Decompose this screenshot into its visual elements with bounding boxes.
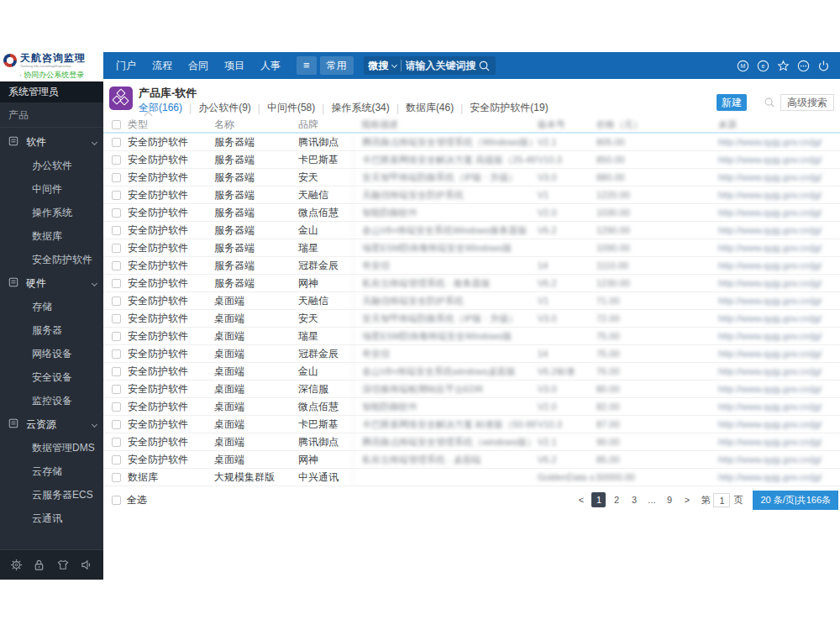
table-row[interactable]: 安全防护软件服务器端卡巴斯基卡巴斯基网络安全解决方案 高级版（25-49节点）V… bbox=[103, 151, 840, 169]
tab-2[interactable]: 办公软件(9) bbox=[198, 101, 251, 115]
sound-speaker-icon[interactable] bbox=[80, 559, 93, 571]
table-row[interactable]: 安全防护软件服务器端瑞星瑞星ESM防病毒终端安全Windows版1090.00h… bbox=[103, 239, 840, 257]
table-row[interactable]: 安全防护软件桌面端腾讯御点腾讯御点终端安全管理系统（windows版）V2.19… bbox=[103, 433, 840, 451]
header-checkbox[interactable] bbox=[112, 120, 121, 129]
row-checkbox[interactable] bbox=[112, 226, 121, 235]
row-checkbox[interactable] bbox=[112, 297, 121, 306]
table-row[interactable]: 安全防护软件桌面端深信服深信服终端检测响应平台EDRV3.080.00http:… bbox=[103, 381, 840, 398]
prev-page-button[interactable]: < bbox=[574, 492, 588, 507]
table-row[interactable]: 安全防护软件桌面端微点佰慧智能防御软件V2.082.00http://www.q… bbox=[103, 398, 840, 416]
page-size-summary[interactable]: 20 条/页|共166条 bbox=[753, 491, 838, 510]
global-search-input[interactable] bbox=[406, 60, 478, 71]
quick-access-button[interactable]: 常用 bbox=[320, 56, 354, 75]
row-checkbox[interactable] bbox=[112, 385, 121, 394]
jump-page-input[interactable]: 1 bbox=[713, 493, 730, 507]
table-row[interactable]: 安全防护软件桌面端金山金山V8+终端安全系统windows桌面版V6.2标准76… bbox=[103, 363, 840, 381]
table-row[interactable]: 安全防护软件桌面端冠群金辰奇安信1475.00http://www.qyjg.g… bbox=[103, 345, 840, 363]
settings-gear-icon[interactable] bbox=[10, 559, 23, 571]
table-row[interactable]: 安全防护软件桌面端天融信天融信终端安全防护系统V171.00http://www… bbox=[103, 292, 840, 310]
tab-6[interactable]: 安全防护软件(19) bbox=[470, 101, 548, 115]
new-button[interactable]: 新建 bbox=[717, 94, 747, 111]
row-checkbox[interactable] bbox=[112, 191, 121, 200]
table-row[interactable]: 安全防护软件服务器端网神私有云终端管理系统 · 服务器版V6.21230.00h… bbox=[103, 275, 840, 292]
row-checkbox[interactable] bbox=[112, 208, 121, 218]
row-checkbox[interactable] bbox=[112, 455, 121, 465]
row-checkbox[interactable] bbox=[112, 332, 121, 341]
table-search-icon[interactable] bbox=[764, 97, 775, 108]
row-checkbox[interactable] bbox=[112, 420, 121, 429]
row-checkbox[interactable] bbox=[112, 473, 121, 482]
table-row[interactable]: 安全防护软件服务器端安天安天智甲终端防御系统（IP版 · 升级）V3.0880.… bbox=[103, 169, 840, 186]
table-row[interactable]: 安全防护软件服务器端金山金山V8+终端安全系统Windows服务器版V6.212… bbox=[103, 222, 840, 239]
table-row[interactable]: 安全防护软件服务器端天融信天融信终端安全防护系统V11220.00http://… bbox=[103, 186, 840, 204]
next-page-button[interactable]: > bbox=[680, 492, 694, 507]
row-checkbox[interactable] bbox=[112, 173, 121, 182]
tab-5[interactable]: 数据库(46) bbox=[406, 101, 454, 115]
row-checkbox[interactable] bbox=[112, 438, 121, 447]
page-button-1[interactable]: 1 bbox=[591, 492, 606, 507]
table-row[interactable]: 安全防护软件服务器端腾讯御点腾讯御点终端安全管理系统（Windows版）V2.1… bbox=[103, 134, 840, 151]
top-nav-item-3[interactable]: 合同 bbox=[188, 59, 208, 73]
lock-icon[interactable] bbox=[33, 559, 45, 571]
sidebar-item-1-4[interactable]: 数据库 bbox=[0, 224, 103, 248]
table-row[interactable]: 安全防护软件桌面端安天安天智甲终端防御系统（IP版 · 升级）V3.072.00… bbox=[103, 310, 840, 328]
row-checkbox[interactable] bbox=[112, 261, 121, 270]
cell-spec: 瑞星ESM防病毒终端安全Windows版 bbox=[353, 239, 538, 256]
search-icon[interactable] bbox=[478, 60, 491, 72]
page-button-2[interactable]: 2 bbox=[609, 492, 623, 507]
top-nav-item-4[interactable]: 项目 bbox=[224, 59, 244, 73]
cell-spec: 深信服终端检测响应平台EDR bbox=[353, 381, 538, 397]
sidebar-item-3-1[interactable]: 数据管理DMS bbox=[0, 436, 103, 459]
row-checkbox[interactable] bbox=[112, 279, 121, 288]
sidebar-item-1-2[interactable]: 中间件 bbox=[0, 177, 103, 201]
row-checkbox[interactable] bbox=[112, 138, 121, 147]
advanced-search-button[interactable]: 高级搜索 bbox=[780, 94, 834, 111]
table-row[interactable]: 安全防护软件服务器端微点佰慧智能防御软件V2.01030.00http://ww… bbox=[103, 204, 840, 222]
table-row[interactable]: 安全防护软件服务器端冠群金辰奇安信141110.00http://www.qyj… bbox=[103, 257, 840, 275]
sidebar-item-2-4[interactable]: 安全设备 bbox=[0, 365, 103, 389]
more-options-icon[interactable] bbox=[797, 60, 810, 72]
sidebar-item-1-3[interactable]: 操作系统 bbox=[0, 201, 103, 224]
sidebar-item-2-5[interactable]: 监控设备 bbox=[0, 389, 103, 412]
tab-4[interactable]: 操作系统(34) bbox=[331, 101, 389, 115]
theme-shirt-icon[interactable] bbox=[56, 559, 70, 571]
sidebar-item-3-4[interactable]: 云通讯 bbox=[0, 507, 103, 530]
favorites-star-icon[interactable] bbox=[777, 60, 790, 72]
page-button-3[interactable]: 3 bbox=[627, 492, 641, 507]
top-nav-item-5[interactable]: 人事 bbox=[260, 59, 281, 73]
sidebar-group-1[interactable]: 软件 bbox=[0, 130, 103, 154]
oa-login-link[interactable]: · 协同办公系统登录 bbox=[0, 70, 103, 81]
chevron-down-icon[interactable] bbox=[391, 61, 397, 67]
top-nav-item-1[interactable]: 门户 bbox=[116, 59, 136, 73]
sidebar-group-2[interactable]: 硬件 bbox=[0, 271, 103, 295]
sidebar-item-2-2[interactable]: 服务器 bbox=[0, 318, 103, 342]
page-button-9[interactable]: 9 bbox=[662, 492, 676, 507]
sidebar-item-3-2[interactable]: 云存储 bbox=[0, 459, 103, 483]
sidebar-item-2-1[interactable]: 存储 bbox=[0, 295, 103, 318]
table-row[interactable]: 数据库大规模集群版中兴通讯GoldenData s...50000.00http… bbox=[103, 469, 840, 486]
sidebar-item-1-1[interactable]: 办公软件 bbox=[0, 154, 103, 177]
sidebar-item-2-3[interactable]: 网络设备 bbox=[0, 342, 103, 365]
sidebar-section-product[interactable]: 产品 bbox=[0, 102, 103, 128]
row-checkbox[interactable] bbox=[112, 155, 121, 165]
row-checkbox[interactable] bbox=[112, 244, 121, 253]
table-row[interactable]: 安全防护软件桌面端瑞星瑞星ESM防病毒终端安全Windows版75.00http… bbox=[103, 328, 840, 345]
menu-hamburger-button[interactable]: ≡ bbox=[297, 56, 317, 75]
e-badge-icon[interactable]: e bbox=[757, 60, 769, 72]
search-scope-label[interactable]: 微搜 bbox=[369, 59, 389, 73]
page-button-...[interactable]: ... bbox=[644, 492, 659, 507]
select-all-checkbox[interactable] bbox=[112, 496, 121, 505]
top-nav-item-2[interactable]: 流程 bbox=[152, 59, 172, 73]
m-badge-icon[interactable]: M bbox=[737, 60, 749, 72]
sidebar-item-3-3[interactable]: 云服务器ECS bbox=[0, 483, 103, 507]
row-checkbox[interactable] bbox=[112, 314, 121, 323]
sidebar-item-1-5[interactable]: 安全防护软件 bbox=[0, 248, 103, 271]
row-checkbox[interactable] bbox=[112, 349, 121, 359]
table-row[interactable]: 安全防护软件桌面端网神私有云终端管理系统 · 桌面端V6.285.00http:… bbox=[103, 451, 840, 469]
sidebar-group-3[interactable]: 云资源 bbox=[0, 412, 103, 436]
row-checkbox[interactable] bbox=[112, 367, 121, 376]
tab-3[interactable]: 中间件(58) bbox=[267, 101, 315, 115]
row-checkbox[interactable] bbox=[112, 402, 121, 412]
power-logout-icon[interactable] bbox=[817, 60, 830, 72]
table-row[interactable]: 安全防护软件桌面端卡巴斯基卡巴斯基网络安全解决方案 标准版（50-99节点）V1… bbox=[103, 416, 840, 433]
